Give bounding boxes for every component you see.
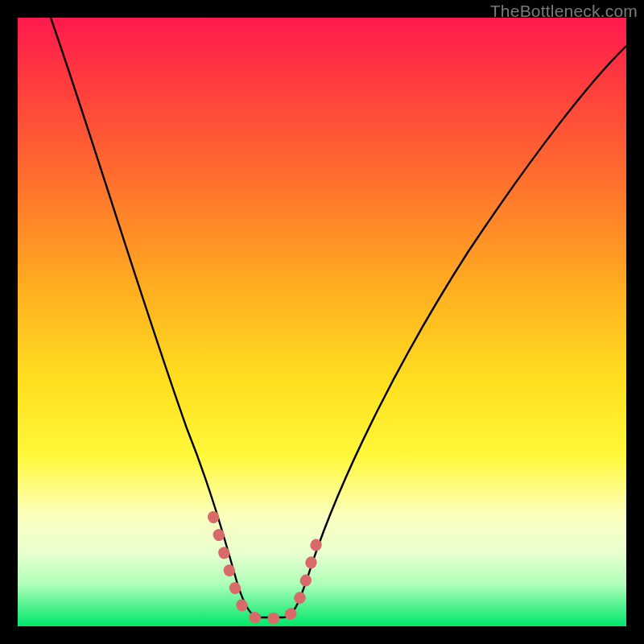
watermark-text: TheBottleneck.com bbox=[490, 2, 638, 21]
highlight-segment-path bbox=[213, 517, 319, 618]
bottleneck-curve-path bbox=[51, 18, 626, 617]
chart-area bbox=[18, 18, 626, 626]
curve-layer bbox=[18, 18, 626, 626]
